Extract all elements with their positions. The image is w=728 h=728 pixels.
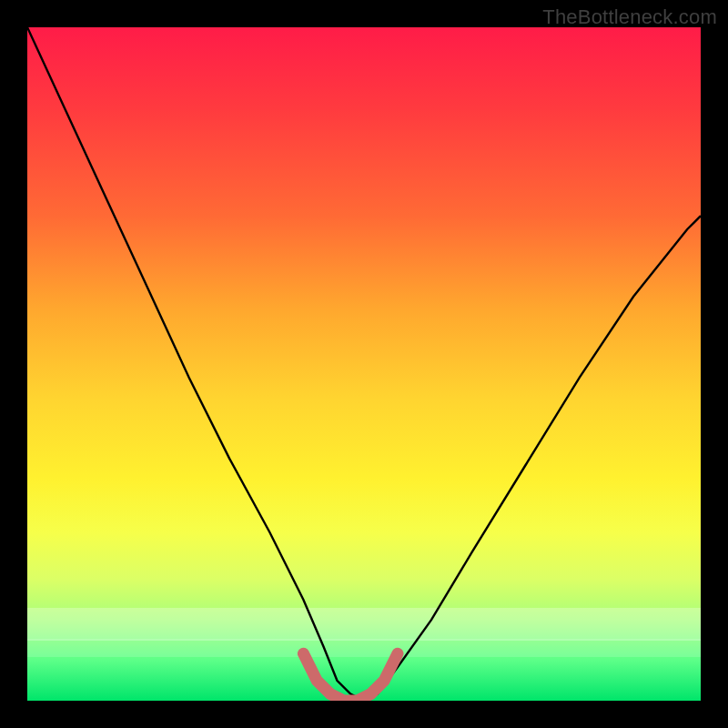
bottleneck-curve-path: [27, 27, 701, 701]
chart-svg: [27, 27, 701, 701]
chart-stage: TheBottleneck.com: [0, 0, 728, 728]
watermark-text: TheBottleneck.com: [542, 5, 717, 29]
plot-area: [27, 27, 701, 701]
